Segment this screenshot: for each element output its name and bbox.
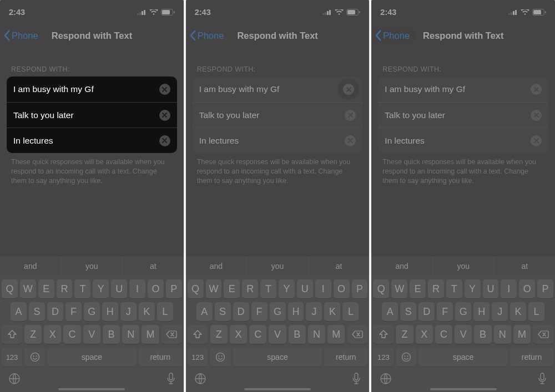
key-space[interactable]: space: [418, 348, 508, 366]
key-h[interactable]: H: [473, 302, 490, 321]
back-button[interactable]: Phone: [0, 28, 44, 43]
key-123[interactable]: 123: [188, 348, 208, 366]
globe-button[interactable]: [8, 372, 21, 388]
keyboard[interactable]: and you at QWERTYUIOP ASDFGHJKL ZXCVBNM …: [0, 257, 184, 392]
back-button[interactable]: Phone: [371, 28, 415, 43]
response-row[interactable]: I am busy with my Gf: [193, 77, 363, 102]
key-r[interactable]: R: [57, 279, 73, 298]
key-o[interactable]: O: [334, 279, 350, 298]
key-n[interactable]: N: [308, 325, 325, 344]
key-e[interactable]: E: [224, 279, 240, 298]
key-r[interactable]: R: [428, 279, 444, 298]
key-o[interactable]: O: [519, 279, 535, 298]
clear-button[interactable]: [159, 84, 170, 95]
key-d[interactable]: D: [418, 302, 435, 321]
key-i[interactable]: I: [315, 279, 331, 298]
key-b[interactable]: B: [289, 325, 306, 344]
key-w[interactable]: W: [391, 279, 407, 298]
suggestion[interactable]: and: [0, 257, 62, 276]
key-c[interactable]: C: [435, 325, 452, 344]
response-input[interactable]: Talk to you later: [199, 110, 260, 120]
key-s[interactable]: S: [400, 302, 416, 321]
key-emoji[interactable]: [396, 348, 416, 366]
key-c[interactable]: C: [249, 325, 266, 344]
suggestion[interactable]: and: [186, 257, 248, 276]
key-h[interactable]: H: [288, 302, 304, 321]
key-m[interactable]: M: [142, 325, 159, 344]
key-e[interactable]: E: [38, 279, 54, 298]
response-row[interactable]: Talk to you later: [378, 102, 548, 128]
response-row[interactable]: In lectures: [7, 128, 177, 153]
dictate-button[interactable]: [351, 372, 361, 388]
response-input[interactable]: In lectures: [385, 136, 425, 146]
key-l[interactable]: L: [342, 302, 359, 321]
key-k[interactable]: K: [139, 302, 155, 321]
suggestion[interactable]: at: [309, 257, 370, 276]
key-d[interactable]: D: [233, 302, 249, 321]
response-row[interactable]: I am busy with my Gf: [378, 77, 548, 102]
key-p[interactable]: P: [537, 279, 553, 298]
suggestion[interactable]: you: [62, 257, 123, 276]
key-u[interactable]: U: [483, 279, 499, 298]
key-p[interactable]: P: [166, 279, 182, 298]
key-j[interactable]: J: [120, 302, 137, 321]
key-e[interactable]: E: [410, 279, 426, 298]
key-g[interactable]: G: [455, 302, 471, 321]
key-delete[interactable]: [162, 325, 182, 344]
key-d[interactable]: D: [47, 302, 63, 321]
response-input[interactable]: I am busy with my Gf: [13, 84, 94, 94]
key-m[interactable]: M: [327, 325, 345, 344]
response-input[interactable]: I am busy with my Gf: [199, 84, 280, 94]
suggestion[interactable]: and: [371, 257, 433, 276]
key-o[interactable]: O: [148, 279, 164, 298]
key-h[interactable]: H: [102, 302, 118, 321]
key-g[interactable]: G: [84, 302, 100, 321]
key-y[interactable]: Y: [279, 279, 295, 298]
keyboard[interactable]: and you at QWERTYUIOP ASDFGHJKL ZXCVBNM …: [186, 257, 370, 392]
response-input[interactable]: Talk to you later: [13, 110, 74, 120]
key-delete[interactable]: [347, 325, 367, 344]
response-row[interactable]: I am busy with my Gf: [7, 77, 177, 102]
response-input[interactable]: In lectures: [199, 136, 239, 146]
key-f[interactable]: F: [251, 302, 268, 321]
key-c[interactable]: C: [63, 325, 80, 344]
key-r[interactable]: R: [242, 279, 258, 298]
suggestion[interactable]: you: [433, 257, 495, 276]
key-123[interactable]: 123: [2, 348, 22, 366]
suggestion[interactable]: at: [494, 257, 555, 276]
key-v[interactable]: V: [269, 325, 286, 344]
home-indicator[interactable]: [58, 388, 125, 391]
key-y[interactable]: Y: [465, 279, 481, 298]
suggestion[interactable]: you: [247, 257, 309, 276]
key-m[interactable]: M: [513, 325, 531, 344]
key-return[interactable]: return: [324, 348, 367, 366]
dictate-button[interactable]: [166, 372, 176, 388]
key-space[interactable]: space: [47, 348, 137, 366]
globe-button[interactable]: [194, 372, 207, 388]
key-space[interactable]: space: [233, 348, 322, 366]
key-j[interactable]: J: [492, 302, 508, 321]
key-return[interactable]: return: [510, 348, 553, 366]
response-row[interactable]: Talk to you later: [7, 102, 177, 128]
key-w[interactable]: W: [206, 279, 222, 298]
key-n[interactable]: N: [494, 325, 511, 344]
key-l[interactable]: L: [528, 302, 544, 321]
key-a[interactable]: A: [196, 302, 213, 321]
dictate-button[interactable]: [537, 372, 547, 388]
key-q[interactable]: Q: [2, 279, 18, 298]
clear-button[interactable]: [531, 110, 542, 121]
clear-button[interactable]: [345, 110, 356, 121]
response-row[interactable]: Talk to you later: [193, 102, 363, 128]
key-return[interactable]: return: [139, 348, 182, 366]
key-y[interactable]: Y: [93, 279, 109, 298]
key-g[interactable]: G: [270, 302, 286, 321]
key-u[interactable]: U: [297, 279, 313, 298]
key-z[interactable]: Z: [24, 325, 42, 344]
key-j[interactable]: J: [306, 302, 322, 321]
key-delete[interactable]: [533, 325, 553, 344]
key-t[interactable]: T: [74, 279, 90, 298]
clear-button[interactable]: [531, 135, 542, 146]
key-f[interactable]: F: [65, 302, 82, 321]
home-indicator[interactable]: [430, 388, 497, 391]
response-input[interactable]: I am busy with my Gf: [385, 84, 465, 94]
